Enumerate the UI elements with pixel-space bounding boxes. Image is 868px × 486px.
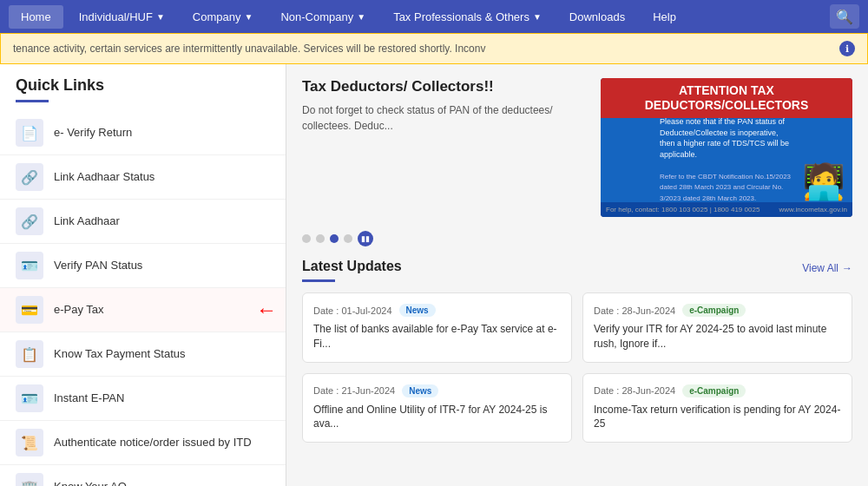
tax-deductors-description: Do not forget to check status of PAN of … bbox=[302, 102, 587, 134]
update-meta-1: Date : 28-Jun-2024 e-Campaign bbox=[594, 304, 841, 317]
sidebar-item-link-aadhaar[interactable]: 🔗 Link Aadhaar bbox=[0, 200, 286, 244]
nav-non-company-label: Non-Company bbox=[280, 10, 353, 23]
chevron-down-icon: ▼ bbox=[245, 12, 253, 22]
sidebar-item-label: Link Aadhaar bbox=[54, 213, 120, 229]
sidebar-item-label: Authenticate notice/order issued by ITD bbox=[54, 435, 252, 450]
sidebar-title: Quick Links bbox=[0, 64, 286, 100]
link-aadhaar-icon: 🔗 bbox=[16, 207, 43, 235]
everify-icon: 📄 bbox=[16, 119, 43, 147]
update-date-3: Date : 28-Jun-2024 bbox=[594, 385, 675, 396]
update-card-1[interactable]: Date : 28-Jun-2024 e-Campaign Verify you… bbox=[582, 292, 852, 363]
nav-company-label: Company bbox=[193, 10, 241, 23]
authenticate-icon: 📜 bbox=[16, 429, 43, 456]
update-meta-0: Date : 01-Jul-2024 News bbox=[313, 304, 561, 317]
sidebar-item-label: Verify PAN Status bbox=[54, 258, 142, 273]
sidebar-item-label: e-Pay Tax bbox=[54, 302, 104, 318]
nav-individual-huf-label: Individual/HUF bbox=[79, 10, 153, 23]
view-all-button[interactable]: View All → bbox=[802, 262, 852, 274]
nav-company[interactable]: Company ▼ bbox=[181, 5, 266, 29]
info-icon: ℹ bbox=[839, 41, 855, 56]
sidebar-item-label: Know Tax Payment Status bbox=[54, 346, 186, 362]
sidebar: Quick Links 📄 e- Verify Return 🔗 Link Aa… bbox=[0, 64, 286, 486]
nav-downloads[interactable]: Downloads bbox=[557, 5, 637, 29]
updates-grid: Date : 01-Jul-2024 News The list of bank… bbox=[302, 292, 852, 443]
carousel-dot-3[interactable] bbox=[330, 234, 339, 243]
update-text-3: Income-Tax return verification is pendin… bbox=[594, 403, 841, 432]
link-aadhaar-status-icon: 🔗 bbox=[16, 163, 43, 191]
update-text-0: The list of banks available for e-Pay Ta… bbox=[313, 322, 561, 351]
tax-payment-icon: 📋 bbox=[16, 340, 43, 368]
search-button[interactable]: 🔍 bbox=[830, 4, 859, 29]
sidebar-item-everify-return[interactable]: 📄 e- Verify Return bbox=[0, 111, 286, 155]
sidebar-item-authenticate-notice[interactable]: 📜 Authenticate notice/order issued by IT… bbox=[0, 421, 286, 465]
image-body-text: Please note that if the PAN status of De… bbox=[653, 118, 800, 202]
navbar: Home Individual/HUF ▼ Company ▼ Non-Comp… bbox=[0, 0, 868, 33]
tax-deductors-text: Tax Deductors/ Collectors!! Do not forge… bbox=[302, 78, 587, 217]
nav-help[interactable]: Help bbox=[641, 5, 688, 29]
contact-text: For help, contact: 1800 103 0025 | 1800 … bbox=[606, 206, 760, 213]
nav-individual-huf[interactable]: Individual/HUF ▼ bbox=[67, 5, 177, 29]
update-card-3[interactable]: Date : 28-Jun-2024 e-Campaign Income-Tax… bbox=[582, 373, 852, 443]
sidebar-item-know-your-ao[interactable]: 🏢 Know Your AO bbox=[0, 465, 286, 486]
sidebar-item-epay-tax[interactable]: 💳 e-Pay Tax ← bbox=[0, 288, 286, 332]
chevron-down-icon: ▼ bbox=[533, 12, 542, 22]
tax-deductors-title: Tax Deductors/ Collectors!! bbox=[302, 78, 587, 95]
epay-tax-icon: 💳 bbox=[16, 296, 43, 324]
sidebar-item-know-tax-payment-status[interactable]: 📋 Know Tax Payment Status bbox=[0, 332, 286, 377]
main-layout: Quick Links 📄 e- Verify Return 🔗 Link Aa… bbox=[0, 64, 868, 486]
sidebar-item-label: Know Your AO bbox=[54, 479, 127, 486]
image-header: ATTENTION TAXDEDUCTORS/COLLECTORS bbox=[601, 78, 852, 118]
alert-banner: tenance activity, certain services are i… bbox=[0, 33, 868, 64]
update-meta-2: Date : 21-Jun-2024 News bbox=[313, 384, 561, 397]
sidebar-title-underline bbox=[16, 100, 49, 102]
view-all-label: View All bbox=[802, 262, 838, 274]
arrow-right-icon: → bbox=[842, 262, 852, 274]
sidebar-item-link-aadhaar-status[interactable]: 🔗 Link Aadhaar Status bbox=[0, 155, 286, 200]
carousel-play-button[interactable]: ▮▮ bbox=[358, 231, 373, 246]
sidebar-item-verify-pan-status[interactable]: 🪪 Verify PAN Status bbox=[0, 244, 286, 288]
update-badge-0: News bbox=[399, 304, 436, 317]
image-footer: For help, contact: 1800 103 0025 | 1800 … bbox=[601, 202, 852, 217]
nav-home[interactable]: Home bbox=[9, 5, 63, 29]
update-badge-2: News bbox=[402, 384, 438, 397]
content-area: Tax Deductors/ Collectors!! Do not forge… bbox=[286, 64, 868, 486]
section-title-underline bbox=[302, 279, 335, 282]
website-url: www.incometax.gov.in bbox=[779, 206, 847, 213]
carousel-dots: ▮▮ bbox=[302, 231, 852, 246]
sidebar-item-label: Instant E-PAN bbox=[54, 391, 124, 406]
search-icon: 🔍 bbox=[836, 9, 853, 25]
tax-deductors-image: ATTENTION TAXDEDUCTORS/COLLECTORS Please… bbox=[601, 78, 852, 217]
nav-tax-professionals-label: Tax Professionals & Others bbox=[393, 10, 529, 23]
sidebar-item-label: e- Verify Return bbox=[54, 125, 132, 141]
instant-epan-icon: 🪪 bbox=[16, 384, 43, 412]
red-arrow-icon: ← bbox=[256, 298, 277, 322]
update-date-2: Date : 21-Jun-2024 bbox=[313, 385, 395, 396]
latest-updates-header: Latest Updates View All → bbox=[302, 259, 852, 274]
nav-tax-professionals[interactable]: Tax Professionals & Others ▼ bbox=[381, 5, 554, 29]
chevron-down-icon: ▼ bbox=[156, 12, 165, 22]
update-badge-1: e-Campaign bbox=[682, 304, 746, 317]
update-badge-3: e-Campaign bbox=[682, 384, 746, 397]
verify-pan-icon: 🪪 bbox=[16, 252, 43, 279]
sidebar-item-instant-epan[interactable]: 🪪 Instant E-PAN bbox=[0, 377, 286, 421]
update-date-1: Date : 28-Jun-2024 bbox=[594, 305, 675, 316]
carousel-dot-2[interactable] bbox=[316, 234, 325, 243]
carousel-dot-1[interactable] bbox=[302, 234, 311, 243]
sidebar-item-label: Link Aadhaar Status bbox=[54, 169, 155, 185]
person-illustration: 🧑‍💻 bbox=[802, 161, 845, 202]
image-body: Please note that if the PAN status of De… bbox=[601, 118, 852, 202]
latest-updates-title: Latest Updates bbox=[302, 259, 402, 274]
tax-deductors-section: Tax Deductors/ Collectors!! Do not forge… bbox=[302, 78, 852, 217]
alert-text: tenance activity, certain services are i… bbox=[13, 43, 832, 55]
update-card-2[interactable]: Date : 21-Jun-2024 News Offline and Onli… bbox=[302, 373, 572, 443]
update-date-0: Date : 01-Jul-2024 bbox=[313, 305, 392, 316]
know-ao-icon: 🏢 bbox=[16, 473, 43, 486]
chevron-down-icon: ▼ bbox=[357, 12, 365, 22]
update-meta-3: Date : 28-Jun-2024 e-Campaign bbox=[594, 384, 841, 397]
nav-non-company[interactable]: Non-Company ▼ bbox=[268, 5, 378, 29]
update-text-2: Offline and Online Utility of ITR-7 for … bbox=[313, 403, 561, 432]
carousel-dot-4[interactable] bbox=[344, 234, 352, 243]
update-text-1: Verify your ITR for AY 2024-25 to avoid … bbox=[594, 322, 841, 351]
update-card-0[interactable]: Date : 01-Jul-2024 News The list of bank… bbox=[302, 292, 572, 363]
